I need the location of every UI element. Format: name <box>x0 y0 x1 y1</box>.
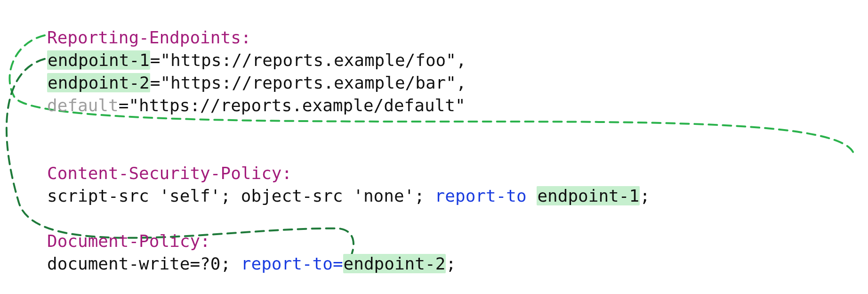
header-reporting-endpoints: Reporting-Endpoints: <box>47 28 251 47</box>
csp-report-to-keyword: report-to <box>435 186 527 205</box>
endpoint-default-value: ="https://reports.example/default" <box>119 96 466 115</box>
docpolicy-report-to-endpoint: endpoint-2 <box>343 254 446 273</box>
docpolicy-body: document-write=?0; <box>47 254 241 273</box>
endpoint-1-name: endpoint-1 <box>47 50 150 70</box>
endpoint-2-name: endpoint-2 <box>47 73 150 92</box>
csp-terminator: ; <box>640 186 650 205</box>
docpolicy-terminator: ; <box>446 254 456 273</box>
csp-body: script-src 'self'; object-src 'none'; <box>47 186 435 205</box>
endpoint-2-value: ="https://reports.example/bar", <box>150 73 466 92</box>
docpolicy-report-to-keyword: report-to= <box>241 254 343 273</box>
header-document-policy: Document-Policy: <box>47 231 210 251</box>
code-block: Reporting-Endpoints: endpoint-1="https:/… <box>47 4 650 294</box>
endpoint-default-name: default <box>47 96 119 115</box>
header-csp: Content-Security-Policy: <box>47 163 292 183</box>
csp-report-to-endpoint: endpoint-1 <box>537 186 640 205</box>
endpoint-1-value: ="https://reports.example/foo", <box>150 50 466 70</box>
